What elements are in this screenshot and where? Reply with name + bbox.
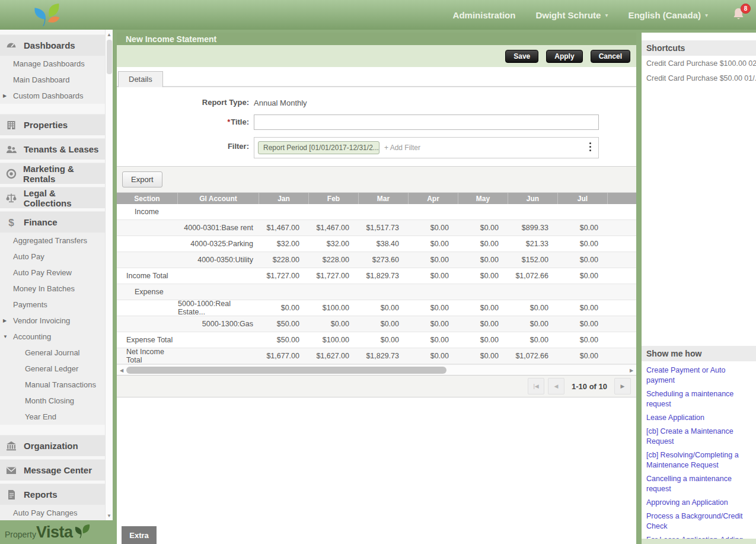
- sidebar-section-marketing-rentals[interactable]: Marketing & Rentals: [0, 163, 105, 184]
- column-header-jun[interactable]: Jun: [508, 193, 558, 204]
- user-menu[interactable]: Dwight Schrute ▾: [535, 10, 608, 20]
- table-row[interactable]: 4000-0301:Base rent$1,467.00$1,467.00$1,…: [117, 220, 636, 236]
- month-value-cell: $1,727.00: [309, 268, 359, 284]
- column-header-section[interactable]: Section: [117, 193, 178, 204]
- sidebar-scrollbar[interactable]: ▲ ▼: [105, 30, 113, 520]
- sidebar-item-general-ledger[interactable]: General Ledger: [0, 361, 105, 377]
- next-page-button[interactable]: ▶: [614, 378, 631, 395]
- table-row[interactable]: Expense Total$50.00$100.00$0.00$0.00$0.0…: [117, 332, 636, 348]
- prev-page-button[interactable]: ◀: [548, 378, 564, 395]
- apply-button[interactable]: Apply: [546, 50, 582, 63]
- month-value-cell: $1,467.00: [309, 220, 359, 236]
- chevron-collapsed-icon[interactable]: ▶: [3, 93, 7, 98]
- tab-details[interactable]: Details: [118, 71, 163, 87]
- cancel-button[interactable]: Cancel: [591, 50, 630, 63]
- sidebar-item-accounting[interactable]: ▼Accounting: [0, 329, 105, 345]
- sidebar-item-manage-dashboards[interactable]: Manage Dashboards: [0, 56, 105, 72]
- sidebar-item-custom-dashboards[interactable]: ▶Custom Dashboards: [0, 88, 105, 104]
- gl-account-cell: 5000-1000:Real Estate...: [178, 300, 259, 316]
- scroll-right-button[interactable]: ▶: [628, 366, 635, 374]
- scroll-left-button[interactable]: ◀: [118, 366, 125, 374]
- sidebar-item-auto-pay-changes[interactable]: Auto Pay Changes: [0, 505, 105, 520]
- month-value-cell: [458, 204, 508, 219]
- save-button[interactable]: Save: [505, 50, 538, 63]
- column-header-apr[interactable]: Apr: [409, 193, 458, 204]
- sidebar-item-manual-transactions[interactable]: Manual Transactions: [0, 377, 105, 393]
- sidebar-item-auto-pay-review[interactable]: Auto Pay Review: [0, 265, 105, 281]
- dollar-icon: $: [5, 217, 18, 228]
- table-row[interactable]: Income: [117, 204, 636, 220]
- sidebar-scrollbar-thumb[interactable]: [107, 40, 112, 74]
- export-button[interactable]: Export: [122, 171, 162, 187]
- sidebar-item-money-in-batches[interactable]: Money In Batches: [0, 281, 105, 297]
- table-row[interactable]: 4000-0350:Utility$228.00$228.00$273.60$0…: [117, 252, 636, 268]
- pagination-range: 1-10 of 10: [572, 382, 607, 391]
- sidebar-section-organization[interactable]: Organization: [0, 435, 105, 456]
- chevron-collapsed-icon[interactable]: ▶: [3, 318, 7, 323]
- month-value-cell: $0.00: [558, 252, 608, 268]
- kebab-menu-icon[interactable]: [589, 142, 591, 151]
- help-link[interactable]: [cb] Resolving/Completing a Maintenance …: [646, 450, 751, 470]
- sidebar-item-auto-pay[interactable]: Auto Pay: [0, 249, 105, 265]
- gl-account-cell: 4000-0301:Base rent: [178, 220, 259, 236]
- sidebar-item-payments[interactable]: Payments: [0, 297, 105, 313]
- month-value-cell: $32.00: [309, 236, 359, 252]
- title-input[interactable]: [254, 114, 599, 130]
- month-value-cell: $273.60: [359, 252, 409, 268]
- help-link[interactable]: Cancelling a maintenance request: [646, 474, 751, 494]
- column-header-may[interactable]: May: [458, 193, 508, 204]
- sidebar-item-general-journal[interactable]: General Journal: [0, 345, 105, 361]
- shortcut-item[interactable]: Credit Card Purchase $50.00 01/...: [642, 71, 756, 85]
- month-value-cell: [259, 204, 309, 219]
- sidebar-item-year-end[interactable]: Year End: [0, 409, 105, 425]
- sidebar-item-vendor-invoicing[interactable]: ▶Vendor Invoicing: [0, 313, 105, 329]
- sidebar-section-message-center[interactable]: Message Center: [0, 459, 105, 481]
- details-form: Report Type: Annual Monthly *Title: Filt…: [117, 87, 636, 166]
- table-row[interactable]: 4000-0325:Parking$32.00$32.00$38.40$0.00…: [117, 236, 636, 252]
- sidebar-item-month-closing[interactable]: Month Closing: [0, 393, 105, 409]
- first-page-button[interactable]: |◀: [528, 378, 544, 395]
- language-menu[interactable]: English (Canada) ▾: [628, 10, 708, 20]
- sidebar-item-aggregated-transfers[interactable]: Aggregated Transfers: [0, 233, 105, 249]
- nav-administration[interactable]: Administration: [453, 10, 516, 20]
- help-link[interactable]: [cb] Create a Maintenance Request: [646, 427, 751, 447]
- table-row[interactable]: 5000-1000:Real Estate...$0.00$100.00$0.0…: [117, 300, 636, 316]
- sidebar-section-reports[interactable]: Reports: [0, 483, 105, 505]
- section-cell: [117, 316, 178, 332]
- extra-button[interactable]: Extra: [122, 526, 157, 544]
- sidebar-section-properties[interactable]: Properties: [0, 114, 105, 135]
- sidebar-section-finance[interactable]: $Finance: [0, 211, 105, 233]
- column-header-gl-account[interactable]: Gl Account: [178, 193, 259, 204]
- filter-chip[interactable]: Report Period [01/01/2017-12/31/2...: [258, 141, 379, 154]
- sidebar-item-main-dashboard[interactable]: Main Dashboard: [0, 72, 105, 88]
- help-link[interactable]: Process a Background/Credit Check: [646, 511, 751, 532]
- column-header-mar[interactable]: Mar: [359, 193, 409, 204]
- app-logo[interactable]: [31, 2, 65, 31]
- table-row[interactable]: 5000-1300:Gas$50.00$0.00$0.00$0.00$0.00$…: [117, 316, 636, 332]
- column-header-feb[interactable]: Feb: [309, 193, 359, 204]
- add-filter-button[interactable]: + Add Filter: [384, 144, 420, 152]
- shortcut-item[interactable]: Credit Card Purchase $100.00 02...: [642, 56, 756, 71]
- help-link[interactable]: Create Payment or Auto payment: [646, 365, 751, 386]
- table-row[interactable]: Income Total$1,727.00$1,727.00$1,829.73$…: [117, 268, 636, 284]
- column-header-jul[interactable]: Jul: [558, 193, 608, 204]
- sidebar-section-dashboards[interactable]: Dashboards: [0, 34, 105, 56]
- chevron-expanded-icon[interactable]: ▼: [3, 334, 8, 339]
- hscrollbar-thumb[interactable]: [126, 367, 446, 374]
- month-value-cell: $0.00: [558, 316, 608, 332]
- table-hscrollbar[interactable]: ◀ ▶: [117, 364, 636, 375]
- column-header-jan[interactable]: Jan: [259, 193, 309, 204]
- help-link[interactable]: Scheduling a maintenance request: [646, 389, 751, 409]
- sidebar-section-label: Tenants & Leases: [24, 144, 98, 154]
- sidebar-section-tenants-leases[interactable]: Tenants & Leases: [0, 138, 105, 160]
- table-row[interactable]: Expense: [117, 284, 636, 300]
- help-link[interactable]: Lease Application: [646, 413, 751, 423]
- sidebar-section-legal-collections[interactable]: Legal & Collections: [0, 187, 105, 208]
- notifications-button[interactable]: 8: [732, 7, 745, 23]
- table-row[interactable]: Net Income Total$1,677.00$1,627.00$1,829…: [117, 348, 636, 364]
- help-link[interactable]: Approving an Application: [646, 498, 751, 508]
- filter-box[interactable]: Report Period [01/01/2017-12/31/2... + A…: [254, 137, 599, 158]
- scroll-down-button[interactable]: ▼: [106, 511, 113, 520]
- scroll-up-button[interactable]: ▲: [106, 30, 113, 39]
- section-cell: [117, 236, 178, 252]
